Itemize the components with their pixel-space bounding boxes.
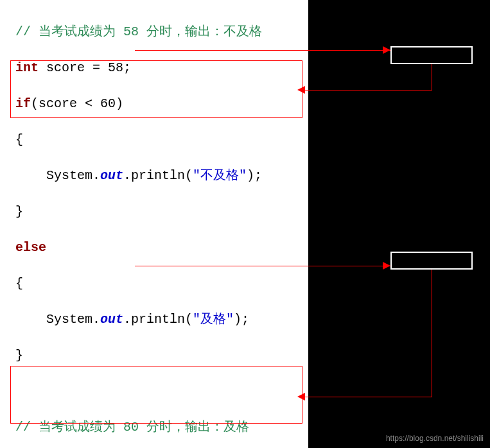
- arrow-line: [305, 90, 432, 90]
- code-line: System.out.println("及格");: [0, 311, 308, 329]
- code-line: }: [0, 347, 308, 365]
- arrow-head-icon: [383, 46, 390, 54]
- semi: ;: [123, 60, 131, 75]
- str-pass: "及格": [193, 312, 234, 327]
- num-58: 58: [108, 60, 123, 75]
- stmt: System.out.println("不及格");: [15, 168, 262, 183]
- lbrace: {: [15, 132, 23, 147]
- arrow-line: [305, 397, 432, 397]
- stmt: System.out.println("及格");: [15, 312, 249, 327]
- rbrace: }: [15, 348, 23, 363]
- code-line: System.out.println("不及格");: [0, 167, 308, 185]
- kw-if: if: [15, 96, 31, 111]
- code-line: // 当考试成绩为 80 分时，输出：及格: [0, 418, 308, 436]
- decl: score =: [39, 60, 108, 75]
- lbrace: {: [15, 276, 23, 291]
- code-line: if(score < 60): [0, 95, 308, 113]
- code-line: {: [0, 131, 308, 149]
- kw-else: else: [15, 240, 46, 255]
- str-fail: "不及格": [193, 168, 247, 183]
- kw-int: int: [15, 60, 39, 75]
- output-box-2: [390, 252, 473, 270]
- code-line: [0, 383, 308, 401]
- output-box-1: [390, 46, 473, 64]
- arrow-line: [432, 270, 432, 397]
- code-line: {: [0, 275, 308, 293]
- cond-1: (score < 60): [31, 96, 123, 111]
- watermark: https://blog.csdn.net/shilishili: [386, 433, 484, 444]
- arrow-head-icon: [383, 262, 390, 270]
- code-line: int score = 58;: [0, 59, 308, 77]
- comment-2: // 当考试成绩为 80 分时，输出：及格: [15, 420, 249, 435]
- code-line: else: [0, 239, 308, 257]
- comment-1: // 当考试成绩为 58 分时，输出：不及格: [15, 24, 262, 39]
- rbrace: }: [15, 204, 23, 219]
- sys: System: [46, 168, 92, 183]
- code-line: // 当考试成绩为 58 分时，输出：不及格: [0, 23, 308, 41]
- out: out: [100, 168, 123, 183]
- arrow-line: [432, 64, 432, 90]
- code-line: }: [0, 203, 308, 221]
- code-panel: // 当考试成绩为 58 分时，输出：不及格 int score = 58; i…: [0, 0, 308, 448]
